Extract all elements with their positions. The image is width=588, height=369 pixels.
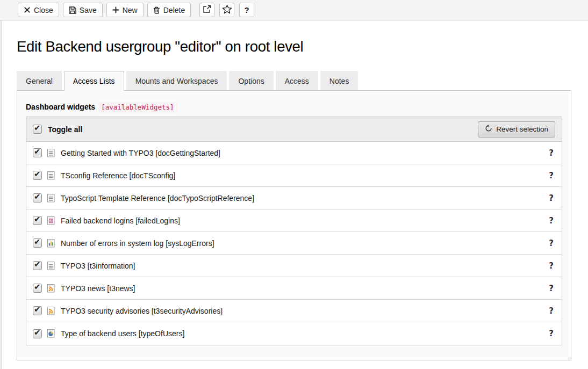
- toggle-all-label: Toggle all: [48, 125, 82, 134]
- save-icon: [69, 6, 76, 14]
- module-left-edge: [0, 20, 2, 369]
- close-icon: [24, 6, 31, 13]
- widget-checkbox[interactable]: [33, 216, 42, 225]
- revert-selection-button[interactable]: Revert selection: [478, 121, 555, 138]
- save-button-label: Save: [80, 6, 97, 15]
- widget-row: TYPO3 news [t3news] ?: [26, 277, 562, 300]
- page-title: Edit Backend usergroup "editor" on root …: [17, 38, 571, 55]
- widget-row: TYPO3 [t3information] ?: [26, 255, 562, 277]
- widget-row: 3 Failed backend logins [failedLogins] ?: [26, 209, 562, 232]
- widget-checkbox[interactable]: [33, 329, 42, 338]
- barchart-widget-icon: [47, 239, 55, 248]
- widget-row: TYPO3 security advisories [t3securityAdv…: [26, 300, 562, 322]
- widget-label: TYPO3 security advisories [t3securityAdv…: [61, 307, 223, 315]
- trash-icon: [153, 6, 160, 14]
- plus-icon: [112, 6, 119, 13]
- save-button[interactable]: Save: [63, 3, 103, 17]
- rss-widget-icon: [47, 284, 55, 293]
- widget-list-header: Toggle all Revert selection: [26, 117, 562, 142]
- doc-widget-icon: [47, 262, 55, 270]
- close-button[interactable]: Close: [18, 3, 59, 17]
- number-widget-icon: 3: [47, 216, 55, 225]
- bookmark-star-button[interactable]: [219, 3, 234, 17]
- widget-list: Toggle all Revert selection Getting Star…: [26, 117, 562, 345]
- tab-mounts-and-workspaces[interactable]: Mounts and Workspaces: [126, 71, 227, 90]
- doc-widget-icon: [47, 194, 55, 202]
- row-help-icon[interactable]: ?: [547, 306, 555, 316]
- svg-text:3: 3: [50, 219, 52, 223]
- widget-label: Failed backend logins [failedLogins]: [61, 216, 180, 225]
- module-body: Edit Backend usergroup "editor" on root …: [0, 38, 588, 360]
- tab-notes[interactable]: Notes: [320, 71, 358, 90]
- bookmark-star-icon: [222, 4, 232, 16]
- field-label: Dashboard widgets[availableWidgets]: [26, 103, 562, 111]
- widget-checkbox[interactable]: [33, 306, 42, 315]
- widget-label: TSconfig Reference [docTSconfig]: [61, 171, 175, 180]
- row-help-icon[interactable]: ?: [547, 193, 555, 203]
- row-help-icon[interactable]: ?: [547, 216, 555, 226]
- widget-checkbox[interactable]: [33, 148, 42, 157]
- row-help-icon[interactable]: ?: [547, 284, 555, 293]
- widget-row: Type of backend users [typeOfUsers] ?: [26, 322, 562, 345]
- field-key-code: [availableWidgets]: [98, 102, 176, 112]
- widget-row: Getting Started with TYPO3 [docGettingSt…: [26, 142, 562, 164]
- tab-access[interactable]: Access: [276, 71, 318, 90]
- doc-header-toolbar: Close Save New Delete: [0, 0, 588, 20]
- widget-label: Number of errors in system log [sysLogEr…: [61, 239, 214, 248]
- field-label-text: Dashboard widgets: [26, 103, 95, 111]
- widget-label: Getting Started with TYPO3 [docGettingSt…: [61, 149, 220, 157]
- tab-options[interactable]: Options: [229, 71, 273, 90]
- close-button-label: Close: [34, 6, 53, 15]
- widget-row: TypoScript Template Reference [docTypoSc…: [26, 187, 562, 209]
- new-button[interactable]: New: [106, 3, 144, 17]
- widget-checkbox[interactable]: [33, 261, 42, 270]
- delete-button[interactable]: Delete: [147, 3, 191, 17]
- widget-label: Type of backend users [typeOfUsers]: [61, 329, 184, 338]
- revert-selection-label: Revert selection: [496, 125, 548, 133]
- doc-widget-icon: [47, 149, 55, 157]
- widget-row: Number of errors in system log [sysLogEr…: [26, 232, 562, 255]
- tab-access-lists[interactable]: Access Lists: [64, 71, 124, 91]
- help-icon: ?: [245, 5, 249, 15]
- help-button[interactable]: ?: [239, 3, 254, 17]
- open-in-new-window-icon: [203, 5, 211, 15]
- widget-rows: Getting Started with TYPO3 [docGettingSt…: [26, 142, 562, 345]
- tab-panel-access-lists: Dashboard widgets[availableWidgets] Togg…: [17, 90, 571, 360]
- doc-widget-icon: [47, 171, 55, 180]
- row-help-icon[interactable]: ?: [547, 148, 555, 158]
- widget-label: TYPO3 news [t3news]: [61, 284, 135, 293]
- row-help-icon[interactable]: ?: [547, 329, 555, 338]
- rss-widget-icon: [47, 307, 55, 315]
- widget-checkbox[interactable]: [33, 193, 42, 202]
- revert-icon: [485, 125, 492, 134]
- new-button-label: New: [123, 6, 138, 15]
- widget-label: TYPO3 [t3information]: [61, 262, 135, 270]
- delete-button-label: Delete: [163, 6, 185, 15]
- widget-checkbox[interactable]: [33, 284, 42, 293]
- tab-bar: General Access Lists Mounts and Workspac…: [17, 71, 571, 90]
- row-help-icon[interactable]: ?: [547, 238, 555, 248]
- widget-checkbox[interactable]: [33, 171, 42, 180]
- widget-label: TypoScript Template Reference [docTypoSc…: [61, 194, 254, 202]
- tab-general[interactable]: General: [17, 71, 62, 90]
- pie-widget-icon: [47, 329, 55, 338]
- widget-row: TSconfig Reference [docTSconfig] ?: [26, 164, 562, 187]
- open-in-new-window-button[interactable]: [199, 3, 214, 17]
- widget-checkbox[interactable]: [33, 238, 42, 248]
- toggle-all-checkbox[interactable]: [33, 125, 42, 134]
- row-help-icon[interactable]: ?: [547, 171, 555, 180]
- row-help-icon[interactable]: ?: [547, 261, 555, 271]
